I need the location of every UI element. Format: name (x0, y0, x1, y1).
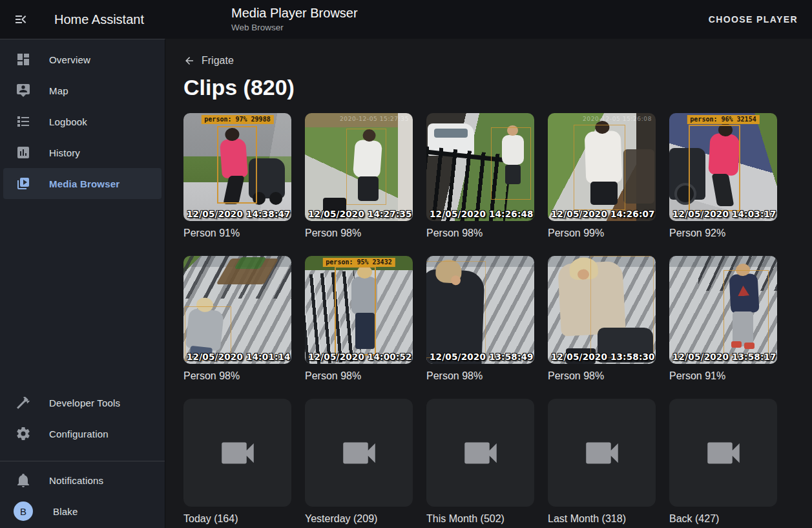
clip-item[interactable]: 12/05/2020 13:58:49 Person 98% (426, 256, 534, 382)
detection-bounding-box (426, 261, 486, 358)
sidebar-bottom: Developer Tools Configuration Notificati… (0, 387, 165, 527)
clip-timestamp-overlay: 12/05/2020 14:03:17 (672, 209, 776, 219)
camera-osd-timestamp: 2020-12-05 15:26:08 (583, 116, 652, 122)
detection-bounding-box (491, 127, 531, 200)
clip-item[interactable]: person: 97% 29988 12/05/2020 14:38:47 Pe… (183, 113, 291, 239)
sidebar-item-overview[interactable]: Overview (3, 44, 161, 75)
sidebar-item-label: History (49, 147, 80, 158)
clip-caption: Person 99% (548, 227, 656, 239)
clip-timestamp-overlay: 12/05/2020 14:26:48 (430, 209, 534, 219)
sidebar-item-configuration[interactable]: Configuration (3, 418, 161, 449)
sidebar-item-developer-tools[interactable]: Developer Tools (3, 387, 161, 418)
clips-page-title: Clips (820) (183, 74, 812, 100)
clip-timestamp-overlay: 12/05/2020 13:58:49 (430, 352, 534, 362)
choose-player-button[interactable]: CHOOSE PLAYER (709, 14, 798, 25)
folder-item[interactable]: Last Month (318) (548, 399, 656, 525)
sidebar-toggle-button[interactable] (13, 12, 28, 27)
bell-icon (16, 472, 31, 488)
clip-item[interactable]: 12/05/2020 13:58:30 Person 98% (548, 256, 656, 382)
sidebar-item-user[interactable]: B Blake (3, 496, 161, 527)
clip-thumbnail: person: 97% 29988 12/05/2020 14:38:47 (183, 113, 291, 221)
hammer-icon (16, 395, 31, 410)
clip-caption: Person 91% (183, 227, 291, 239)
clip-timestamp-overlay: 12/05/2020 14:00:52 (308, 352, 412, 362)
back-arrow-icon (183, 55, 195, 67)
clip-caption: Person 98% (183, 370, 291, 382)
folder-thumbnail (669, 399, 777, 507)
camera-osd-timestamp: 2020-12-05 15:27:35 (340, 116, 409, 122)
bulleted-list-icon (16, 114, 31, 129)
clip-thumbnail: 12/05/2020 14:26:48 (426, 113, 534, 221)
folder-item[interactable]: Yesterday (209) (305, 399, 413, 525)
clip-thumbnail: 12/05/2020 14:01:14 (183, 256, 291, 364)
clip-caption: Person 98% (305, 370, 413, 382)
chart-box-icon (16, 145, 31, 160)
detection-label: person: 96% 32154 (687, 115, 759, 124)
folder-caption: Last Month (318) (548, 512, 656, 525)
clip-timestamp-overlay: 12/05/2020 14:01:14 (187, 352, 291, 362)
video-camera-icon (216, 432, 259, 474)
video-camera-icon (581, 432, 623, 474)
account-tooltip-icon (16, 83, 31, 98)
clips-grid: person: 97% 29988 12/05/2020 14:38:47 Pe… (183, 113, 812, 525)
sidebar-item-media-browser[interactable]: Media Browser (3, 168, 161, 199)
clip-caption: Person 98% (426, 370, 534, 382)
clip-item[interactable]: 2020-12-05 15:27:35 12/05/2020 14:27:35 … (305, 113, 413, 239)
video-camera-icon (702, 432, 745, 474)
clip-item[interactable]: 12/05/2020 14:01:14 Person 98% (183, 256, 291, 382)
folder-item[interactable]: Back (427) (669, 399, 777, 525)
folder-item[interactable]: This Month (502) (426, 399, 534, 525)
clip-timestamp-overlay: 12/05/2020 13:58:30 (551, 352, 655, 362)
page-title: Media Player Browser (231, 6, 358, 21)
sidebar-item-logbook[interactable]: Logbook (3, 106, 161, 137)
sidebar-item-history[interactable]: History (3, 137, 161, 168)
clip-item[interactable]: person: 95% 23432 12/05/2020 14:00:52 Pe… (305, 256, 413, 382)
folder-thumbnail (305, 399, 413, 507)
folder-caption: Yesterday (209) (305, 512, 413, 525)
clip-item[interactable]: person: 96% 32154 12/05/2020 14:03:17 Pe… (669, 113, 777, 239)
sidebar-item-label: Logbook (49, 116, 87, 127)
page-subtitle: Web Browser (231, 23, 358, 33)
folder-thumbnail (548, 399, 656, 507)
sidebar-item-label: Media Browser (49, 178, 120, 189)
clip-caption: Person 92% (669, 227, 777, 239)
detection-bounding-box (590, 256, 654, 358)
clip-item[interactable]: 12/05/2020 13:58:17 Person 91% (669, 256, 777, 382)
app-bar-left: Home Assistant (0, 12, 165, 27)
detection-bounding-box (574, 125, 625, 210)
clip-caption: Person 98% (548, 370, 656, 382)
clip-thumbnail: 2020-12-05 15:27:35 12/05/2020 14:27:35 (305, 113, 413, 221)
user-avatar: B (14, 502, 33, 521)
folder-caption: This Month (502) (426, 512, 534, 525)
clip-caption: Person 91% (669, 370, 777, 382)
clip-thumbnail: 12/05/2020 13:58:49 (426, 256, 534, 364)
clip-thumbnail: person: 95% 23432 12/05/2020 14:00:52 (305, 256, 413, 364)
clip-item[interactable]: 2020-12-05 15:26:08 12/05/2020 14:26:07 … (548, 113, 656, 239)
clip-timestamp-overlay: 12/05/2020 14:27:35 (308, 209, 412, 219)
sidebar-item-label: Overview (49, 54, 90, 65)
folder-item[interactable]: Today (164) (183, 399, 291, 525)
sidebar-item-notifications[interactable]: Notifications (3, 465, 161, 496)
folder-thumbnail (426, 399, 534, 507)
breadcrumb[interactable]: Frigate (183, 54, 234, 67)
detection-bounding-box (724, 270, 769, 355)
detection-label: person: 97% 29988 (201, 115, 273, 124)
clip-thumbnail: person: 96% 32154 12/05/2020 14:03:17 (669, 113, 777, 221)
video-camera-icon (338, 432, 380, 474)
clip-item[interactable]: 12/05/2020 14:26:48 Person 98% (426, 113, 534, 239)
detection-bounding-box (689, 125, 740, 211)
clip-thumbnail: 12/05/2020 13:58:30 (548, 256, 656, 364)
sidebar-nav-list: Overview Map Logbook History Media Brows… (0, 39, 165, 199)
clip-thumbnail: 12/05/2020 13:58:17 (669, 256, 777, 364)
video-camera-icon (459, 432, 502, 474)
sidebar-item-map[interactable]: Map (3, 75, 161, 106)
sidebar: Overview Map Logbook History Media Brows… (0, 39, 165, 528)
detection-bounding-box (217, 126, 257, 204)
sidebar-item-label: Configuration (49, 428, 109, 439)
clip-caption: Person 98% (426, 227, 534, 239)
app-title: Home Assistant (54, 12, 144, 27)
folder-caption: Today (164) (183, 512, 291, 525)
page-header: Media Player Browser Web Browser (231, 6, 358, 33)
clip-thumbnail: 2020-12-05 15:26:08 12/05/2020 14:26:07 (548, 113, 656, 221)
gear-icon (16, 426, 31, 441)
